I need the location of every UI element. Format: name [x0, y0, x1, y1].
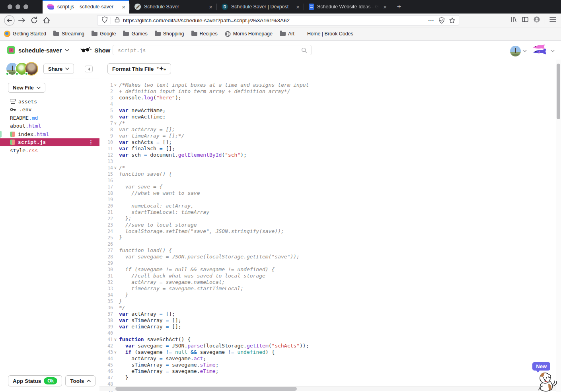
- fold-chevron-icon[interactable]: ∨: [113, 336, 119, 343]
- code-line[interactable]: 15function save() {: [99, 171, 555, 177]
- bookmark-item[interactable]: Games: [123, 31, 147, 37]
- project-menu[interactable]: schedule-saver: [7, 46, 69, 54]
- code-line[interactable]: 43∨ if (savegame != null && savegame != …: [99, 349, 555, 355]
- library-icon[interactable]: [510, 16, 517, 25]
- browser-tab[interactable]: Schedule Website Ideas - Goog×: [304, 0, 391, 14]
- code-line[interactable]: 37var actArray = [];: [99, 311, 555, 317]
- code-line[interactable]: 47 }: [99, 375, 555, 381]
- code-line[interactable]: 20 nameLocal: actArray,: [99, 203, 555, 209]
- sidebar-toggle-icon[interactable]: [522, 16, 529, 25]
- code-line[interactable]: 45 sTimeArray = savegame.sTime;: [99, 362, 555, 368]
- url-bar[interactable]: https://glitch.com/edit/#!/schedule-save…: [97, 15, 459, 25]
- bookmark-item[interactable]: Art: [280, 31, 294, 37]
- back-button[interactable]: [3, 15, 16, 26]
- code-line[interactable]: 44 actArray = savegame.act;: [99, 355, 555, 362]
- chevron-down-icon[interactable]: [551, 50, 555, 52]
- code-line[interactable]: 40: [99, 330, 555, 336]
- url-text[interactable]: https://glitch.com/edit/#!/schedule-save…: [123, 17, 426, 23]
- bookmark-item[interactable]: Streaming: [53, 31, 84, 37]
- tab-close-icon[interactable]: ×: [294, 4, 300, 10]
- code-line[interactable]: 14∨/*: [99, 165, 555, 171]
- code-line[interactable]: 39var eTimeArray = [];: [99, 324, 555, 330]
- file-tree-item[interactable]: .env: [0, 106, 99, 114]
- code-line[interactable]: 42 var savegame = JSON.parse(localStorag…: [99, 343, 555, 349]
- code-line[interactable]: 25}: [99, 235, 555, 241]
- code-line[interactable]: 38var sTimeArray = [];: [99, 317, 555, 324]
- code-line[interactable]: 16: [99, 177, 555, 184]
- vertical-scrollbar-thumb[interactable]: [557, 64, 560, 119]
- code-line[interactable]: 18 //what we want to save: [99, 190, 555, 196]
- code-line[interactable]: 4: [99, 101, 555, 107]
- bookmark-item[interactable]: Shopping: [155, 31, 184, 37]
- format-file-button[interactable]: Format This File ⁺✦₊: [107, 63, 171, 74]
- file-search[interactable]: [113, 45, 312, 55]
- bookmark-item[interactable]: Recipes: [191, 31, 218, 37]
- collaborator-avatar[interactable]: [25, 62, 38, 76]
- code-line[interactable]: 24 localStorage.setItem("save", JSON.str…: [99, 228, 555, 235]
- file-tree-item[interactable]: about.html: [0, 122, 99, 130]
- code-line[interactable]: 8var actArray = [];: [99, 126, 555, 133]
- bookmark-item[interactable]: Google: [92, 31, 116, 37]
- tab-close-icon[interactable]: ×: [119, 4, 125, 10]
- bookmark-item[interactable]: Morris Homepage: [225, 31, 273, 37]
- fold-chevron-icon[interactable]: ∨: [113, 165, 119, 171]
- lock-icon[interactable]: [115, 17, 120, 24]
- code-line[interactable]: 29: [99, 260, 555, 266]
- code-line[interactable]: 7∨/*: [99, 120, 555, 126]
- code-line[interactable]: 3console.log("here");: [99, 95, 555, 101]
- window-minimize-button[interactable]: [16, 4, 20, 9]
- code-line[interactable]: 35}: [99, 298, 555, 305]
- code-line[interactable]: 10var schActs = [];: [99, 139, 555, 146]
- file-tree-item[interactable]: style.css: [0, 146, 99, 155]
- file-tree-item[interactable]: assets: [0, 97, 99, 106]
- code-line[interactable]: 30 if (savegame != null && savegame != u…: [99, 266, 555, 273]
- tab-close-icon[interactable]: ×: [381, 4, 387, 10]
- home-button[interactable]: [40, 15, 53, 26]
- browser-tab[interactable]: Schedule Saver×: [130, 0, 216, 14]
- browser-tab[interactable]: DSchedule Saver | Devpost×: [217, 0, 304, 14]
- file-tree-item[interactable]: index.html: [0, 130, 99, 138]
- code-line[interactable]: 27function load() {: [99, 247, 555, 254]
- code-line[interactable]: 19: [99, 196, 555, 203]
- fold-chevron-icon[interactable]: ∨: [113, 82, 119, 88]
- user-avatar[interactable]: [510, 46, 521, 56]
- fold-chevron-icon[interactable]: ∨: [113, 120, 119, 126]
- show-button[interactable]: Show: [80, 46, 117, 54]
- code-line[interactable]: 33 timeArray = savegame.startTimeLocal;: [99, 285, 555, 292]
- code-editor[interactable]: Format This File ⁺✦₊ 1∨/*Makes two text …: [99, 60, 561, 392]
- file-tree-item-selected[interactable]: script.js⋮: [0, 138, 99, 147]
- code-line[interactable]: 23 //save to local storage: [99, 222, 555, 228]
- code-line[interactable]: 32 actArray = savegame.nameLocal;: [99, 279, 555, 285]
- code-line[interactable]: 31 //call back what was saved to local s…: [99, 273, 555, 279]
- pocket-shield-icon[interactable]: [436, 16, 447, 25]
- window-zoom-button[interactable]: [23, 4, 28, 9]
- tracking-shield-icon[interactable]: [101, 16, 108, 25]
- new-file-button[interactable]: New File: [8, 83, 45, 93]
- new-tab-button[interactable]: +: [391, 0, 407, 14]
- collapse-sidebar-button[interactable]: [85, 66, 93, 72]
- menu-icon[interactable]: [549, 17, 556, 24]
- reload-button[interactable]: [28, 15, 40, 26]
- app-status-button[interactable]: App Status Ok: [8, 375, 62, 386]
- code-line[interactable]: 28 var savegame = JSON.parse(localStorag…: [99, 254, 555, 260]
- code-line[interactable]: 21 startTimeLocal: timeArray: [99, 209, 555, 215]
- code-line[interactable]: 36*/: [99, 305, 555, 311]
- window-close-button[interactable]: [8, 4, 12, 9]
- share-button[interactable]: Share: [43, 64, 74, 74]
- code-line[interactable]: 22 };: [99, 215, 555, 222]
- forward-button[interactable]: [16, 15, 28, 26]
- code-line[interactable]: 2+ definition input into term array + de…: [99, 88, 555, 95]
- code-line[interactable]: 12var sch = document.getElementById("sch…: [99, 152, 555, 158]
- code-line[interactable]: 6var newActTime;: [99, 114, 555, 120]
- new-feature-badge[interactable]: New: [532, 362, 550, 371]
- bookmark-star-icon[interactable]: [447, 16, 457, 25]
- code-line[interactable]: 13: [99, 158, 555, 165]
- code-line[interactable]: 11var finalSch = [];: [99, 146, 555, 152]
- file-tree-item[interactable]: README.md: [0, 114, 99, 122]
- code-line[interactable]: 1∨/*Makes two text input boxes at a time…: [99, 82, 555, 88]
- tab-close-icon[interactable]: ×: [206, 4, 212, 10]
- browser-tab[interactable]: script.js – schedule-saver×: [43, 0, 129, 14]
- glitch-dog-mascot[interactable]: [534, 370, 559, 392]
- fold-chevron-icon[interactable]: ∨: [113, 349, 119, 355]
- code-line[interactable]: 5var newActName;: [99, 107, 555, 114]
